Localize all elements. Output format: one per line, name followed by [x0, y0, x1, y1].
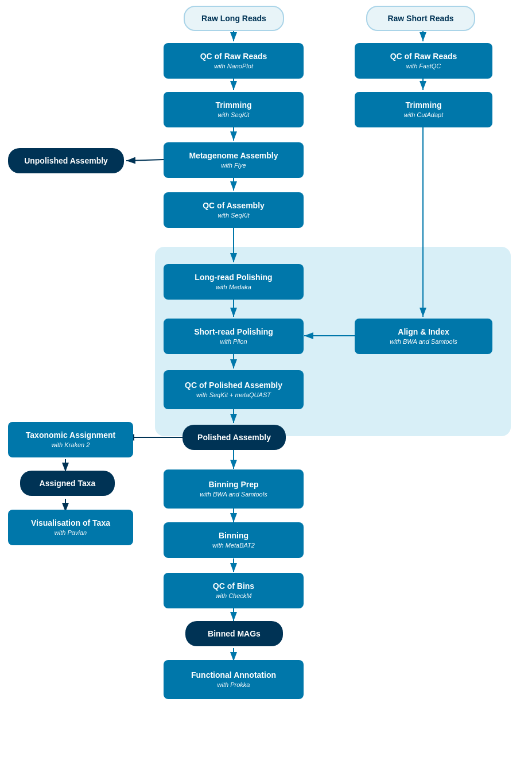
- qc-polished-node: QC of Polished Assembly with SeqKit + me…: [164, 370, 304, 409]
- metagenome-subtitle: with Flye: [221, 162, 246, 169]
- qc-assembly-node: QC of Assembly with SeqKit: [164, 192, 304, 228]
- binning-node: Binning with MetaBAT2: [164, 522, 304, 558]
- tax-assign-subtitle: with Kraken 2: [52, 441, 90, 449]
- raw-long-reads-title: Raw Long Reads: [201, 14, 266, 24]
- binning-subtitle: with MetaBAT2: [212, 542, 255, 549]
- shortread-polish-subtitle: with Pilon: [220, 338, 247, 346]
- metagenome-title: Metagenome Assembly: [189, 151, 278, 161]
- qc-bins-node: QC of Bins with CheckM: [164, 573, 304, 608]
- func-annot-subtitle: with Prokka: [218, 681, 250, 689]
- longread-polish-title: Long-read Polishing: [195, 273, 272, 282]
- align-index-subtitle: with BWA and Samtools: [390, 338, 457, 346]
- vis-taxa-node: Visualisation of Taxa with Pavian: [8, 510, 133, 545]
- qc-raw-long-subtitle: with NanoPlot: [214, 63, 253, 70]
- unpolished-title: Unpolished Assembly: [24, 156, 108, 166]
- qc-polished-title: QC of Polished Assembly: [185, 381, 282, 390]
- trimming-short-node: Trimming with CutAdapt: [355, 92, 492, 127]
- assigned-taxa-node: Assigned Taxa: [20, 471, 115, 496]
- metagenome-node: Metagenome Assembly with Flye: [164, 142, 304, 178]
- diagram: Raw Long Reads Raw Short Reads QC of Raw…: [0, 0, 532, 780]
- polished-assembly-node: Polished Assembly: [182, 425, 286, 450]
- binning-title: Binning: [219, 531, 248, 541]
- binned-mags-node: Binned MAGs: [185, 621, 283, 646]
- trimming-long-node: Trimming with SeqKit: [164, 92, 304, 127]
- binning-prep-node: Binning Prep with BWA and Samtools: [164, 469, 304, 509]
- align-index-title: Align & Index: [398, 327, 449, 337]
- longread-polish-subtitle: with Medaka: [216, 284, 251, 291]
- trimming-long-title: Trimming: [215, 100, 251, 110]
- qc-bins-subtitle: with CheckM: [216, 592, 252, 600]
- unpolished-assembly-node: Unpolished Assembly: [8, 148, 124, 173]
- binning-prep-title: Binning Prep: [208, 480, 258, 490]
- qc-raw-short-node: QC of Raw Reads with FastQC: [355, 43, 492, 79]
- binned-mags-title: Binned MAGs: [208, 629, 261, 639]
- assigned-taxa-title: Assigned Taxa: [40, 479, 96, 488]
- qc-assembly-subtitle: with SeqKit: [218, 212, 249, 219]
- tax-assign-node: Taxonomic Assignment with Kraken 2: [8, 422, 133, 457]
- qc-raw-short-title: QC of Raw Reads: [390, 52, 457, 61]
- svg-line-7: [126, 160, 164, 161]
- shortread-polish-node: Short-read Polishing with Pilon: [164, 319, 304, 354]
- func-annot-title: Functional Annotation: [191, 670, 276, 680]
- polished-title: Polished Assembly: [197, 433, 271, 443]
- raw-short-reads-title: Raw Short Reads: [387, 14, 453, 24]
- qc-assembly-title: QC of Assembly: [203, 201, 265, 211]
- vis-taxa-subtitle: with Pavian: [55, 529, 87, 537]
- longread-polish-node: Long-read Polishing with Medaka: [164, 264, 304, 300]
- qc-raw-long-node: QC of Raw Reads with NanoPlot: [164, 43, 304, 79]
- align-index-node: Align & Index with BWA and Samtools: [355, 319, 492, 354]
- binning-prep-subtitle: with BWA and Samtools: [200, 491, 267, 498]
- qc-polished-subtitle: with SeqKit + metaQUAST: [196, 391, 271, 399]
- qc-raw-long-title: QC of Raw Reads: [200, 52, 267, 61]
- qc-bins-title: QC of Bins: [213, 581, 254, 591]
- trimming-short-subtitle: with CutAdapt: [404, 111, 443, 119]
- qc-raw-short-subtitle: with FastQC: [406, 63, 441, 70]
- func-annot-node: Functional Annotation with Prokka: [164, 660, 304, 699]
- vis-taxa-title: Visualisation of Taxa: [31, 518, 110, 528]
- trimming-short-title: Trimming: [405, 100, 441, 110]
- tax-assign-title: Taxonomic Assignment: [26, 430, 115, 440]
- shortread-polish-title: Short-read Polishing: [194, 327, 273, 337]
- trimming-long-subtitle: with SeqKit: [218, 111, 249, 119]
- raw-long-reads-node: Raw Long Reads: [184, 6, 284, 31]
- raw-short-reads-node: Raw Short Reads: [366, 6, 475, 31]
